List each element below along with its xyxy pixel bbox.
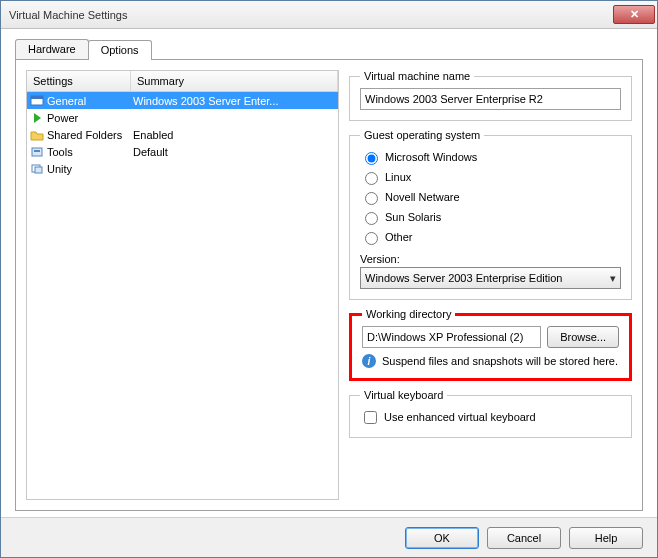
version-value: Windows Server 2003 Enterprise Edition	[365, 272, 562, 284]
setting-unity[interactable]: Unity	[27, 160, 338, 177]
working-directory-group: Working directory Browse... i Suspend fi…	[349, 308, 632, 381]
radio-other[interactable]: Other	[360, 227, 621, 247]
radio-windows[interactable]: Microsoft Windows	[360, 147, 621, 167]
setting-general[interactable]: General Windows 2003 Server Enter...	[27, 92, 338, 109]
radio-input[interactable]	[365, 232, 378, 245]
help-button[interactable]: Help	[569, 527, 643, 549]
radio-novell[interactable]: Novell Netware	[360, 187, 621, 207]
general-icon	[29, 93, 45, 109]
vkb-legend: Virtual keyboard	[360, 389, 447, 401]
guest-os-group: Guest operating system Microsoft Windows…	[349, 129, 632, 300]
setting-label: Shared Folders	[47, 129, 133, 141]
svg-marker-2	[34, 113, 41, 123]
radio-solaris[interactable]: Sun Solaris	[360, 207, 621, 227]
settings-list: General Windows 2003 Server Enter... Pow…	[27, 92, 338, 499]
virtual-keyboard-group: Virtual keyboard Use enhanced virtual ke…	[349, 389, 632, 438]
ok-button[interactable]: OK	[405, 527, 479, 549]
radio-input[interactable]	[365, 152, 378, 165]
setting-summary: Default	[133, 146, 336, 158]
titlebar: Virtual Machine Settings ✕	[1, 1, 657, 29]
radio-label: Linux	[385, 171, 411, 183]
power-icon	[29, 110, 45, 126]
setting-label: Tools	[47, 146, 133, 158]
vkb-checkbox[interactable]	[364, 411, 377, 424]
settings-window: Virtual Machine Settings ✕ Hardware Opti…	[0, 0, 658, 558]
vm-name-input[interactable]	[360, 88, 621, 110]
details-panel: Virtual machine name Guest operating sys…	[349, 70, 632, 500]
info-icon: i	[362, 354, 376, 368]
setting-summary: Windows 2003 Server Enter...	[133, 95, 336, 107]
chevron-down-icon: ▾	[610, 272, 616, 285]
dialog-footer: OK Cancel Help	[1, 517, 657, 557]
radio-input[interactable]	[365, 212, 378, 225]
vm-name-legend: Virtual machine name	[360, 70, 474, 82]
setting-summary: Enabled	[133, 129, 336, 141]
cancel-button[interactable]: Cancel	[487, 527, 561, 549]
tab-options[interactable]: Options	[88, 40, 152, 60]
setting-shared-folders[interactable]: Shared Folders Enabled	[27, 126, 338, 143]
workdir-info-row: i Suspend files and snapshots will be st…	[362, 354, 619, 368]
radio-label: Microsoft Windows	[385, 151, 477, 163]
vkb-label: Use enhanced virtual keyboard	[384, 411, 536, 423]
column-headers: Settings Summary	[27, 71, 338, 92]
vkb-checkbox-row[interactable]: Use enhanced virtual keyboard	[360, 407, 621, 427]
folder-icon	[29, 127, 45, 143]
svg-rect-4	[34, 150, 40, 152]
col-summary[interactable]: Summary	[131, 71, 338, 91]
workdir-input[interactable]	[362, 326, 541, 348]
tab-bar: Hardware Options	[15, 39, 643, 59]
version-select[interactable]: Windows Server 2003 Enterprise Edition ▾	[360, 267, 621, 289]
unity-icon	[29, 161, 45, 177]
window-body: Hardware Options Settings Summary Genera…	[1, 29, 657, 517]
radio-label: Novell Netware	[385, 191, 460, 203]
radio-input[interactable]	[365, 172, 378, 185]
setting-label: General	[47, 95, 133, 107]
window-title: Virtual Machine Settings	[9, 9, 613, 21]
close-button[interactable]: ✕	[613, 5, 655, 24]
tab-content: Settings Summary General Windows 2003 Se…	[15, 59, 643, 511]
svg-rect-1	[31, 96, 43, 99]
svg-rect-6	[35, 167, 42, 173]
settings-list-panel: Settings Summary General Windows 2003 Se…	[26, 70, 339, 500]
radio-label: Sun Solaris	[385, 211, 441, 223]
radio-linux[interactable]: Linux	[360, 167, 621, 187]
workdir-legend: Working directory	[362, 308, 455, 320]
vm-name-group: Virtual machine name	[349, 70, 632, 121]
setting-label: Unity	[47, 163, 133, 175]
close-icon: ✕	[630, 8, 639, 21]
setting-label: Power	[47, 112, 133, 124]
browse-button[interactable]: Browse...	[547, 326, 619, 348]
radio-label: Other	[385, 231, 413, 243]
radio-input[interactable]	[365, 192, 378, 205]
tab-hardware[interactable]: Hardware	[15, 39, 89, 59]
version-label: Version:	[360, 253, 621, 265]
guest-os-legend: Guest operating system	[360, 129, 484, 141]
setting-power[interactable]: Power	[27, 109, 338, 126]
col-settings[interactable]: Settings	[27, 71, 131, 91]
workdir-info-text: Suspend files and snapshots will be stor…	[382, 355, 618, 367]
setting-tools[interactable]: Tools Default	[27, 143, 338, 160]
tools-icon	[29, 144, 45, 160]
